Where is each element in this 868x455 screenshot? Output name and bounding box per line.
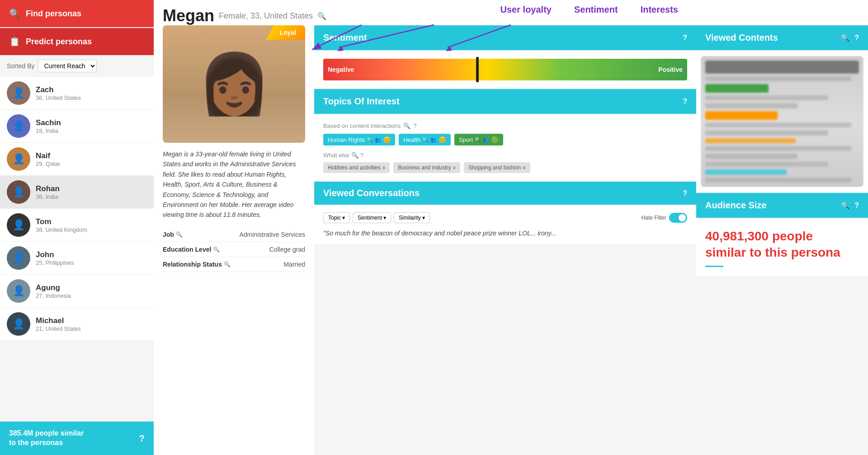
content-preview (701, 56, 863, 187)
suggestion-tag-business[interactable]: Business and industry ≡ (393, 162, 460, 173)
list-item[interactable]: 👤 Rohan 36, India (0, 176, 154, 209)
tag-search[interactable]: 🔍 (367, 137, 373, 143)
persona-details: 21, United States (36, 325, 81, 332)
list-item[interactable]: 👤 Zach 36, United States (0, 77, 154, 110)
list-item[interactable]: 👤 Agung 27, Indonesia (0, 275, 154, 308)
profile-right: Viewed Contents 🔍 ? (696, 25, 868, 455)
persona-details: 27, Indonesia (36, 292, 71, 299)
field-label-relationship: Relationship Status (163, 261, 222, 268)
persona-details: 18, India (36, 127, 61, 134)
profile-left: 👩🏾 Loyal Megan is a 33-year-old female l… (154, 25, 314, 455)
audience-number: 40,981,300 people similar to this person… (705, 228, 859, 261)
filter-similarity[interactable]: Similarity ▾ (394, 212, 430, 223)
predict-personas-button[interactable]: 📋 Predict personas (0, 28, 154, 55)
profile-name: Megan (163, 6, 214, 25)
sort-dropdown[interactable]: Current Reach (38, 60, 97, 72)
topics-title: Topics Of Interest (323, 96, 400, 107)
avatar: 👤 (7, 279, 30, 303)
viewed-contents-body (696, 52, 868, 192)
topics-body: Based on content interactions 🔍 ? Human … (314, 115, 696, 180)
suggestion-tag-hobbies[interactable]: Hobbies and activities ≡ (323, 162, 390, 173)
search-icon: 🔍 (9, 8, 20, 19)
list-item[interactable]: 👤 Naif 29, Qatar (0, 143, 154, 176)
profile-body: 👩🏾 Loyal Megan is a 33-year-old female l… (154, 25, 868, 455)
persona-details: 36, United States (36, 94, 81, 101)
viewed-contents-search-icon[interactable]: 🔍 (841, 33, 850, 42)
relationship-search-icon[interactable]: 🔍 (224, 261, 231, 267)
profile-meta: Female, 33, United States (219, 11, 313, 21)
avatar: 👤 (7, 114, 30, 138)
list-item[interactable]: 👤 John 25, Philippines (0, 242, 154, 275)
topic-tag-human-rights[interactable]: Human Rights 🔍 👥 😊 (323, 134, 395, 145)
suggestion-tag-shopping[interactable]: Shopping and fashion ≡ (464, 162, 530, 173)
conversations-title: Viewed Conversations (323, 188, 420, 198)
persona-name: Naif (36, 151, 60, 160)
hate-filter-toggle[interactable] (669, 213, 687, 223)
list-item[interactable]: 👤 Sachin 18, India (0, 110, 154, 143)
find-personas-button[interactable]: 🔍 Find personas (0, 0, 154, 27)
sentiment-positive-label: Positive (658, 66, 683, 73)
user-loyalty-annotation[interactable]: User loyalty (500, 5, 552, 15)
tag-search[interactable]: 🔍 (422, 137, 429, 143)
field-label-job: Job (163, 231, 174, 238)
topic-tag-sport[interactable]: Sport 🔍 👥 🟢 (454, 134, 503, 145)
sentiment-bar: Negative Positive (323, 59, 687, 80)
sidebar-footer: 385.4M people similar to the personas ? (0, 422, 154, 455)
filter-sentiment[interactable]: Sentiment ▾ (353, 212, 391, 223)
sentiment-bar-container: Negative Positive (314, 52, 696, 88)
suggestion-icon: ≡ (523, 165, 525, 170)
job-search-icon[interactable]: 🔍 (176, 231, 183, 238)
profile-photo: 👩🏾 Loyal (163, 25, 305, 143)
viewed-contents-header: Viewed Contents 🔍 ? (696, 25, 868, 50)
sentiment-annotation[interactable]: Sentiment (574, 5, 618, 15)
persona-name: Sachin (36, 118, 61, 127)
topic-tag-health[interactable]: Health 🔍 👥 😊 (399, 134, 451, 145)
persona-details: 29, Qatar (36, 160, 60, 167)
main-content: Megan Female, 33, United States 🔍 User l… (154, 0, 868, 455)
what-else-search[interactable]: 🔍 (351, 152, 359, 159)
what-else-help[interactable]: ? (360, 152, 363, 159)
audience-help[interactable]: ? (854, 202, 859, 210)
sidebar: 🔍 Find personas 📋 Predict personas Sorte… (0, 0, 154, 455)
profile-search-icon[interactable]: 🔍 (317, 12, 326, 20)
conversation-filters: Topic ▾ Sentiment ▾ Similarity ▾ Hate Fi… (323, 212, 687, 223)
sentiment-help[interactable]: ? (683, 34, 687, 42)
avatar: 👤 (7, 81, 30, 105)
reach-help-icon[interactable]: ? (139, 433, 145, 444)
avatar: 👤 (7, 312, 30, 336)
persona-details: 36, India (36, 193, 60, 200)
topics-subtitle-search[interactable]: 🔍 (403, 122, 410, 129)
conversations-body: Topic ▾ Sentiment ▾ Similarity ▾ Hate Fi… (314, 206, 696, 244)
list-item[interactable]: 👤 Tom 38, United Kingdom (0, 209, 154, 242)
persona-list: 👤 Zach 36, United States 👤 Sachin 18, In… (0, 77, 154, 422)
persona-name: Agung (36, 283, 71, 292)
topics-subtitle: Based on content interactions (323, 122, 401, 129)
blurred-content (701, 56, 863, 187)
audience-body: 40,981,300 people similar to this person… (696, 219, 868, 276)
education-search-icon[interactable]: 🔍 (213, 246, 220, 253)
profile-center: Sentiment ? Negative Positive Topics Of … (314, 25, 696, 455)
list-item[interactable]: 👤 Michael 21, United States (0, 308, 154, 341)
clipboard-icon: 📋 (9, 36, 20, 47)
avatar: 👤 (7, 180, 30, 204)
tag-user: 👥 (430, 137, 437, 143)
interests-annotation[interactable]: Interests (641, 5, 678, 15)
audience-search-icon[interactable]: 🔍 (841, 201, 850, 210)
avatar: 👤 (7, 147, 30, 171)
field-value-relationship: Married (284, 261, 305, 268)
topics-subtitle-help[interactable]: ? (413, 122, 416, 129)
conversations-help[interactable]: ? (683, 189, 687, 197)
conversation-quote: "So much for the beacon of democracy and… (323, 229, 687, 238)
reach-text: 385.4M people similar to the personas (9, 429, 84, 448)
persona-name: John (36, 250, 74, 259)
topics-help[interactable]: ? (683, 98, 687, 106)
tag-search[interactable]: 🔍 (475, 137, 481, 143)
viewed-contents-help[interactable]: ? (854, 34, 859, 42)
suggestion-icon: ≡ (382, 165, 385, 170)
audience-size-header: Audience Size 🔍 ? (696, 193, 868, 218)
suggestion-tags: Hobbies and activities ≡ Business and in… (323, 162, 687, 173)
filter-topic[interactable]: Topic ▾ (323, 212, 350, 223)
audience-title: Audience Size (705, 200, 767, 211)
viewed-contents-title: Viewed Contents (705, 33, 778, 43)
sentiment-marker (476, 57, 479, 82)
